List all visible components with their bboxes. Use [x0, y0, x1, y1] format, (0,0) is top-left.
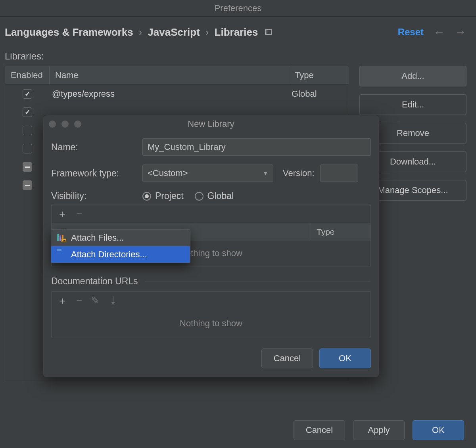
enabled-checkbox[interactable]: [23, 180, 32, 190]
chevron-down-icon: ▼: [263, 170, 268, 176]
visibility-project-label[interactable]: Project: [155, 191, 184, 201]
edit-icon[interactable]: ✎: [91, 295, 100, 307]
col-enabled[interactable]: Enabled: [5, 66, 50, 84]
divider: [145, 281, 371, 281]
visibility-global-radio[interactable]: [195, 192, 203, 201]
framework-type-label: Framework type:: [51, 168, 142, 179]
minimize-icon[interactable]: [61, 121, 69, 128]
enabled-checkbox[interactable]: [23, 126, 32, 135]
chevron-right-icon: ›: [205, 26, 209, 38]
enabled-checkbox[interactable]: [23, 107, 32, 117]
framework-type-select[interactable]: <Custom> ▼: [142, 165, 273, 182]
header-right: Reset ← →: [398, 25, 466, 39]
header: Languages & Frameworks › JavaScript › Li…: [0, 17, 476, 44]
framework-type-value: <Custom>: [148, 168, 188, 178]
traffic-lights: [49, 121, 81, 128]
table-row[interactable]: @types/express Global: [5, 85, 349, 103]
breadcrumb: Languages & Frameworks › JavaScript › Li…: [5, 26, 272, 38]
col-type[interactable]: Type: [289, 66, 349, 84]
js-files-icon: JS: [57, 234, 66, 242]
chevron-right-icon: ›: [139, 26, 142, 38]
reset-link[interactable]: Reset: [398, 27, 424, 38]
enabled-checkbox[interactable]: [23, 162, 32, 172]
dialog-ok-button[interactable]: OK: [319, 348, 371, 368]
name-input[interactable]: [142, 138, 371, 156]
scope-icon: [265, 29, 272, 35]
documentation-urls-header: Documentation URLs: [51, 276, 138, 287]
enabled-checkbox[interactable]: [23, 89, 32, 99]
dialog-titlebar[interactable]: New Library: [43, 115, 379, 133]
edit-button[interactable]: Edit...: [359, 94, 466, 115]
enabled-checkbox[interactable]: [23, 144, 32, 153]
popup-item-label: Attach Files...: [71, 233, 124, 243]
folder-icon: [57, 250, 66, 259]
forward-arrow-icon[interactable]: →: [455, 25, 466, 39]
cell-name: @types/express: [50, 89, 289, 99]
attach-files-item[interactable]: JS Attach Files...: [51, 230, 190, 246]
breadcrumb-item[interactable]: Languages & Frameworks: [5, 26, 133, 38]
table-header: Enabled Name Type: [5, 66, 349, 85]
remove-icon[interactable]: −: [76, 295, 82, 307]
close-icon[interactable]: [49, 121, 56, 128]
remove-icon[interactable]: −: [76, 208, 82, 220]
col-name[interactable]: Name: [50, 66, 289, 84]
dialog-cancel-button[interactable]: Cancel: [261, 348, 313, 368]
version-label: Version:: [283, 168, 315, 178]
ok-button[interactable]: OK: [413, 420, 464, 440]
cell-type: Global: [289, 89, 349, 99]
libraries-label: Libraries:: [5, 51, 466, 62]
add-icon[interactable]: ＋: [57, 294, 67, 308]
back-arrow-icon[interactable]: ←: [433, 25, 445, 39]
attach-directories-item[interactable]: Attach Directories...: [51, 246, 190, 263]
files-col-type[interactable]: Type: [311, 223, 370, 241]
add-icon[interactable]: ＋: [57, 207, 67, 221]
docs-placeholder: Nothing to show: [51, 310, 371, 337]
zoom-icon[interactable]: [74, 121, 81, 128]
window-title: Preferences: [0, 0, 476, 17]
svg-rect-0: [57, 234, 59, 241]
footer: Cancel Apply OK: [0, 412, 476, 448]
popup-item-label: Attach Directories...: [71, 249, 147, 260]
cancel-button[interactable]: Cancel: [294, 420, 345, 440]
visibility-global-label[interactable]: Global: [207, 191, 234, 201]
name-label: Name:: [51, 142, 142, 153]
breadcrumb-item[interactable]: JavaScript: [148, 26, 200, 38]
visibility-project-radio[interactable]: [142, 192, 151, 201]
visibility-label: Visibility:: [51, 191, 142, 201]
svg-rect-1: [60, 235, 61, 241]
apply-button[interactable]: Apply: [353, 420, 405, 440]
svg-text:JS: JS: [62, 239, 66, 242]
add-button[interactable]: Add...: [359, 66, 466, 86]
docs-toolbar: ＋ − ✎ ⭳: [51, 291, 371, 310]
dialog-title: New Library: [188, 119, 234, 129]
files-toolbar: ＋ −: [51, 205, 371, 223]
version-input[interactable]: [320, 165, 358, 182]
breadcrumb-item[interactable]: Libraries: [215, 26, 258, 38]
download-icon[interactable]: ⭳: [108, 295, 119, 307]
attach-popup-menu: JS Attach Files... Attach Directories...: [51, 229, 190, 263]
